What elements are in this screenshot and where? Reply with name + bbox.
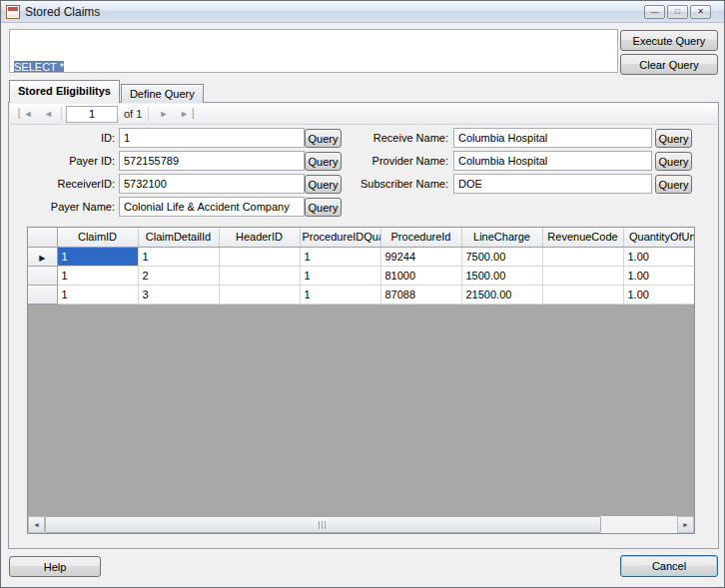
- record-navigator: ▏◄ ◄ of 1 ► ►▕: [10, 104, 717, 125]
- payer-name-input[interactable]: [119, 197, 305, 217]
- cell[interactable]: 99244: [380, 247, 461, 266]
- execute-query-button[interactable]: Execute Query: [620, 30, 718, 51]
- cell[interactable]: [219, 266, 300, 285]
- payer-id-label: Payer ID:: [9, 151, 115, 171]
- table-row: 1 2 1 81000 1500.00 1.00: [28, 266, 695, 285]
- close-icon[interactable]: ✕: [690, 5, 711, 19]
- cell[interactable]: 3: [138, 285, 219, 303]
- column-header-claimdetailid[interactable]: ClaimDetailId: [138, 228, 219, 247]
- client-area: SELECT * FROM EDI_ClaimStatusHeader Exec…: [1, 23, 724, 587]
- scrollbar-track[interactable]: [45, 516, 677, 533]
- cell[interactable]: 1: [57, 266, 138, 285]
- provider-name-input[interactable]: [453, 151, 652, 171]
- cell[interactable]: 1500.00: [461, 266, 542, 285]
- move-last-icon[interactable]: ►▕: [176, 106, 195, 123]
- cell[interactable]: 2: [138, 266, 219, 285]
- cell[interactable]: 1.00: [623, 247, 695, 266]
- receiver-id-input[interactable]: [119, 174, 305, 194]
- stored-eligibilitys-panel: ▏◄ ◄ of 1 ► ►▕ ID: Query Payer ID: Query…: [8, 102, 719, 549]
- record-count-label: of 1: [122, 108, 144, 120]
- sql-query-input[interactable]: SELECT * FROM EDI_ClaimStatusHeader: [9, 29, 618, 73]
- cell[interactable]: 1: [300, 285, 380, 303]
- clear-query-button[interactable]: Clear Query: [620, 54, 718, 75]
- payer-name-label: Payer Name:: [9, 197, 115, 217]
- cell[interactable]: 1: [57, 285, 138, 303]
- cancel-button[interactable]: Cancel: [620, 555, 718, 577]
- payer-id-input[interactable]: [119, 151, 305, 171]
- window-title: Stored Claims: [25, 5, 100, 19]
- claims-table: ClaimID ClaimDetailId HeaderID Procedure…: [28, 228, 695, 304]
- navigator-separator: [61, 107, 62, 121]
- cell[interactable]: 21500.00: [461, 285, 542, 303]
- cell[interactable]: 1.00: [623, 266, 695, 285]
- cell[interactable]: 1: [300, 266, 380, 285]
- app-icon: [6, 5, 20, 19]
- record-position-input[interactable]: [66, 106, 118, 123]
- scroll-right-icon[interactable]: ►: [677, 516, 694, 533]
- receive-name-query-button[interactable]: Query: [655, 129, 692, 148]
- scrollbar-grip-icon: [319, 521, 328, 529]
- cell[interactable]: [542, 266, 623, 285]
- column-header-linecharge[interactable]: LineCharge: [461, 228, 542, 247]
- provider-name-label: Provider Name:: [334, 151, 448, 171]
- corner-header[interactable]: [28, 228, 57, 247]
- receiver-id-label: ReceiverID:: [9, 174, 115, 194]
- cell[interactable]: [542, 247, 623, 266]
- id-label: ID:: [9, 128, 115, 148]
- column-header-revenuecode[interactable]: RevenueCode: [542, 228, 623, 247]
- cell[interactable]: 81000: [380, 266, 461, 285]
- cell[interactable]: 1: [138, 247, 219, 266]
- id-input[interactable]: [119, 128, 305, 148]
- scrollbar-thumb[interactable]: [45, 516, 601, 533]
- receive-name-label: Receive Name:: [334, 128, 448, 148]
- column-header-headerid[interactable]: HeaderID: [219, 228, 300, 247]
- move-next-icon[interactable]: ►: [153, 106, 172, 123]
- cell[interactable]: 1: [57, 247, 138, 266]
- window-controls: — □ ✕: [644, 5, 719, 19]
- subscriber-name-query-button[interactable]: Query: [655, 175, 692, 194]
- scroll-left-icon[interactable]: ◄: [28, 516, 45, 533]
- provider-name-query-button[interactable]: Query: [655, 152, 692, 171]
- tab-label: Define Query: [130, 88, 195, 100]
- column-header-procedureidqualifier[interactable]: ProcedureIDQua: [300, 228, 380, 247]
- table-row: 1 3 1 87088 21500.00 1.00: [28, 285, 695, 303]
- sql-selected-text: SELECT *: [14, 61, 64, 73]
- minimize-icon[interactable]: —: [644, 5, 665, 19]
- current-row-indicator-icon: ▶: [39, 254, 45, 263]
- move-previous-icon[interactable]: ◄: [38, 106, 57, 123]
- column-header-quantityofunits[interactable]: QuantityOfUni: [623, 228, 695, 247]
- title-bar[interactable]: Stored Claims — □ ✕: [1, 1, 724, 23]
- horizontal-scrollbar[interactable]: ◄ ►: [28, 516, 694, 533]
- cell[interactable]: [219, 285, 300, 303]
- header-row: ClaimID ClaimDetailId HeaderID Procedure…: [28, 228, 695, 247]
- tab-label: Stored Eligibilitys: [18, 85, 111, 97]
- row-header[interactable]: ▶: [28, 247, 57, 266]
- navigator-separator: [148, 107, 149, 121]
- table-row: ▶ 1 1 1 99244 7500.00 1.00: [28, 247, 695, 266]
- cell[interactable]: [219, 247, 300, 266]
- claims-data-grid[interactable]: ClaimID ClaimDetailId HeaderID Procedure…: [27, 227, 695, 534]
- receive-name-input[interactable]: [453, 128, 652, 148]
- cell[interactable]: 1.00: [623, 285, 695, 303]
- column-header-procedureid[interactable]: ProcedureId: [380, 228, 461, 247]
- tab-strip: Stored Eligibilitys Define Query: [9, 80, 205, 103]
- help-button[interactable]: Help: [9, 556, 101, 577]
- move-first-icon[interactable]: ▏◄: [15, 106, 34, 123]
- row-header[interactable]: [28, 285, 57, 303]
- row-header[interactable]: [28, 266, 57, 285]
- tab-stored-eligibilitys[interactable]: Stored Eligibilitys: [9, 80, 120, 103]
- cell[interactable]: [542, 285, 623, 303]
- tab-define-query[interactable]: Define Query: [121, 84, 204, 103]
- cell[interactable]: 1: [300, 247, 380, 266]
- subscriber-name-input[interactable]: [453, 174, 652, 194]
- stored-claims-window: Stored Claims — □ ✕ SELECT * FROM EDI_Cl…: [0, 0, 725, 588]
- cell[interactable]: 7500.00: [461, 247, 542, 266]
- restore-icon[interactable]: □: [667, 5, 688, 19]
- subscriber-name-label: Subscriber Name:: [334, 174, 448, 194]
- payer-name-query-button[interactable]: Query: [305, 198, 342, 217]
- column-header-claimid[interactable]: ClaimID: [57, 228, 138, 247]
- cell[interactable]: 87088: [380, 285, 461, 303]
